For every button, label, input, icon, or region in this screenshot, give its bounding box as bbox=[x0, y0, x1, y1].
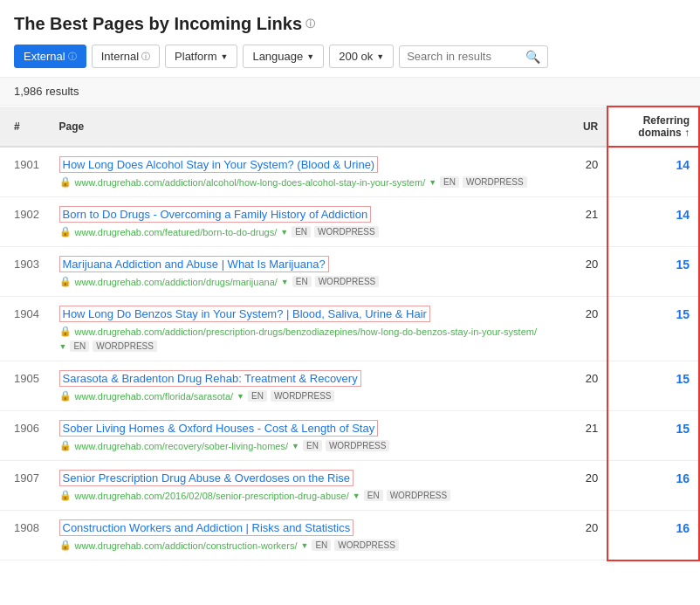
badge-wordpress: WORDPRESS bbox=[271, 390, 335, 402]
page-url-row: 🔒www.drugrehab.com/2016/02/08/senior-pre… bbox=[59, 490, 545, 501]
row-number: 1901 bbox=[0, 147, 51, 197]
page-title-link[interactable]: Born to Do Drugs - Overcoming a Family H… bbox=[59, 206, 372, 223]
page-title-link[interactable]: Senior Prescription Drug Abuse & Overdos… bbox=[59, 470, 354, 486]
tab-external[interactable]: External ⓘ bbox=[14, 45, 86, 68]
row-referring-domains: 15 bbox=[607, 411, 699, 461]
row-referring-domains: 16 bbox=[607, 461, 699, 511]
external-info-icon: ⓘ bbox=[68, 51, 77, 63]
row-ur: 20 bbox=[552, 147, 607, 197]
status-dropdown[interactable]: 200 ok ▼ bbox=[329, 45, 394, 68]
url-dropdown-arrow[interactable]: ▼ bbox=[429, 178, 436, 187]
col-header-ur: UR bbox=[552, 107, 607, 147]
table-row: 1908Construction Workers and Addiction |… bbox=[0, 511, 699, 560]
badge-en: EN bbox=[364, 490, 383, 501]
row-ur: 20 bbox=[552, 461, 607, 511]
page-title-link[interactable]: Construction Workers and Addiction | Ris… bbox=[59, 519, 354, 536]
title-info-icon[interactable]: ⓘ bbox=[305, 17, 315, 31]
col-header-number: # bbox=[0, 107, 51, 147]
row-page: Marijuana Addiction and Abuse | What Is … bbox=[51, 247, 553, 297]
row-page: Sarasota & Bradenton Drug Rehab: Treatme… bbox=[51, 361, 553, 411]
row-referring-domains: 15 bbox=[607, 247, 699, 297]
url-dropdown-arrow[interactable]: ▼ bbox=[281, 278, 289, 286]
badge-en: EN bbox=[248, 390, 267, 402]
row-ur: 20 bbox=[552, 297, 607, 361]
page-url-link[interactable]: www.drugrehab.com/addiction/drugs/mariju… bbox=[75, 277, 278, 287]
badge-en: EN bbox=[303, 440, 322, 451]
row-referring-domains: 14 bbox=[607, 197, 699, 247]
row-number: 1902 bbox=[0, 197, 51, 247]
lock-icon: 🔒 bbox=[59, 226, 72, 237]
page-url-row: 🔒www.drugrehab.com/addiction/constructio… bbox=[59, 540, 545, 551]
page-url-link[interactable]: www.drugrehab.com/recovery/sober-living-… bbox=[75, 441, 289, 451]
page-url-row: 🔒www.drugrehab.com/featured/born-to-do-d… bbox=[59, 226, 545, 237]
url-dropdown-arrow[interactable]: ▼ bbox=[300, 541, 308, 550]
badge-wordpress: WORDPRESS bbox=[463, 176, 527, 188]
row-ur: 20 bbox=[552, 361, 607, 411]
url-dropdown-arrow[interactable]: ▼ bbox=[59, 342, 67, 351]
badge-en: EN bbox=[292, 226, 311, 237]
lock-icon: 🔒 bbox=[59, 326, 72, 337]
page-url-row: 🔒www.drugrehab.com/florida/sarasota/▼ENW… bbox=[59, 390, 545, 402]
status-dropdown-arrow: ▼ bbox=[376, 52, 384, 61]
lock-icon: 🔒 bbox=[59, 276, 72, 287]
col-header-referring-domains[interactable]: Referring domains ↑ bbox=[607, 107, 699, 147]
results-table-container: # Page UR Referring domains ↑ 1901How Lo… bbox=[0, 106, 700, 561]
row-referring-domains: 14 bbox=[607, 147, 699, 197]
url-dropdown-arrow[interactable]: ▼ bbox=[237, 392, 244, 401]
url-dropdown-arrow[interactable]: ▼ bbox=[292, 442, 299, 450]
row-number: 1903 bbox=[0, 247, 51, 297]
page-title-link[interactable]: Sober Living Homes & Oxford Houses - Cos… bbox=[59, 420, 379, 437]
table-row: 1901How Long Does Alcohol Stay in Your S… bbox=[0, 147, 699, 197]
table-row: 1907Senior Prescription Drug Abuse & Ove… bbox=[0, 461, 699, 511]
page-title-link[interactable]: How Long Does Alcohol Stay in Your Syste… bbox=[59, 156, 379, 173]
badge-wordpress: WORDPRESS bbox=[326, 440, 390, 451]
search-icon-button[interactable]: 🔍 bbox=[525, 50, 540, 64]
table-body: 1901How Long Does Alcohol Stay in Your S… bbox=[0, 147, 699, 560]
page-title-link[interactable]: Sarasota & Bradenton Drug Rehab: Treatme… bbox=[59, 370, 361, 387]
lock-icon: 🔒 bbox=[59, 540, 72, 551]
row-number: 1905 bbox=[0, 361, 51, 411]
platform-dropdown-arrow: ▼ bbox=[220, 52, 228, 61]
row-referring-domains: 15 bbox=[607, 297, 699, 361]
search-input[interactable] bbox=[407, 50, 520, 63]
results-count: 1,986 results bbox=[0, 77, 700, 106]
lock-icon: 🔒 bbox=[59, 490, 72, 501]
page-title-link[interactable]: Marijuana Addiction and Abuse | What Is … bbox=[59, 256, 329, 272]
page-url-link[interactable]: www.drugrehab.com/addiction/alcohol/how-… bbox=[75, 177, 426, 188]
page-url-row: 🔒www.drugrehab.com/addiction/drugs/marij… bbox=[59, 276, 545, 287]
language-dropdown-arrow: ▼ bbox=[306, 52, 314, 61]
page-url-link[interactable]: www.drugrehab.com/2016/02/08/senior-pres… bbox=[75, 491, 349, 501]
row-page: Born to Do Drugs - Overcoming a Family H… bbox=[51, 197, 553, 247]
row-page: Construction Workers and Addiction | Ris… bbox=[51, 511, 553, 560]
badge-en: EN bbox=[292, 276, 312, 287]
toolbar: External ⓘ Internal ⓘ Platform ▼ Languag… bbox=[14, 45, 686, 68]
badge-wordpress: WORDPRESS bbox=[334, 540, 399, 551]
row-number: 1906 bbox=[0, 411, 51, 461]
page-title-link[interactable]: How Long Do Benzos Stay in Your System? … bbox=[59, 306, 430, 322]
lock-icon: 🔒 bbox=[59, 440, 72, 451]
page-url-link[interactable]: www.drugrehab.com/addiction/prescription… bbox=[75, 327, 537, 337]
url-dropdown-arrow[interactable]: ▼ bbox=[280, 228, 288, 237]
table-row: 1906Sober Living Homes & Oxford Houses -… bbox=[0, 411, 699, 461]
page-title: The Best Pages by Incoming Links ⓘ bbox=[14, 14, 686, 34]
page-url-link[interactable]: www.drugrehab.com/featured/born-to-do-dr… bbox=[75, 227, 278, 237]
platform-dropdown[interactable]: Platform ▼ bbox=[165, 45, 237, 68]
page-url-link[interactable]: www.drugrehab.com/addiction/construction… bbox=[75, 540, 298, 551]
row-referring-domains: 16 bbox=[607, 511, 699, 560]
results-table: # Page UR Referring domains ↑ 1901How Lo… bbox=[0, 106, 700, 561]
lock-icon: 🔒 bbox=[59, 390, 72, 402]
row-ur: 21 bbox=[552, 197, 607, 247]
badge-en: EN bbox=[440, 176, 459, 188]
page-url-link[interactable]: www.drugrehab.com/florida/sarasota/ bbox=[75, 391, 234, 402]
badge-wordpress: WORDPRESS bbox=[93, 340, 157, 352]
badge-en: EN bbox=[312, 540, 331, 551]
row-number: 1907 bbox=[0, 461, 51, 511]
url-dropdown-arrow[interactable]: ▼ bbox=[353, 492, 360, 500]
badge-wordpress: WORDPRESS bbox=[387, 490, 451, 501]
tab-internal[interactable]: Internal ⓘ bbox=[92, 45, 160, 68]
badge-wordpress: WORDPRESS bbox=[315, 276, 380, 287]
page-url-row: 🔒www.drugrehab.com/recovery/sober-living… bbox=[59, 440, 545, 451]
badge-en: EN bbox=[70, 340, 89, 352]
table-row: 1903Marijuana Addiction and Abuse | What… bbox=[0, 247, 699, 297]
language-dropdown[interactable]: Language ▼ bbox=[243, 45, 324, 68]
